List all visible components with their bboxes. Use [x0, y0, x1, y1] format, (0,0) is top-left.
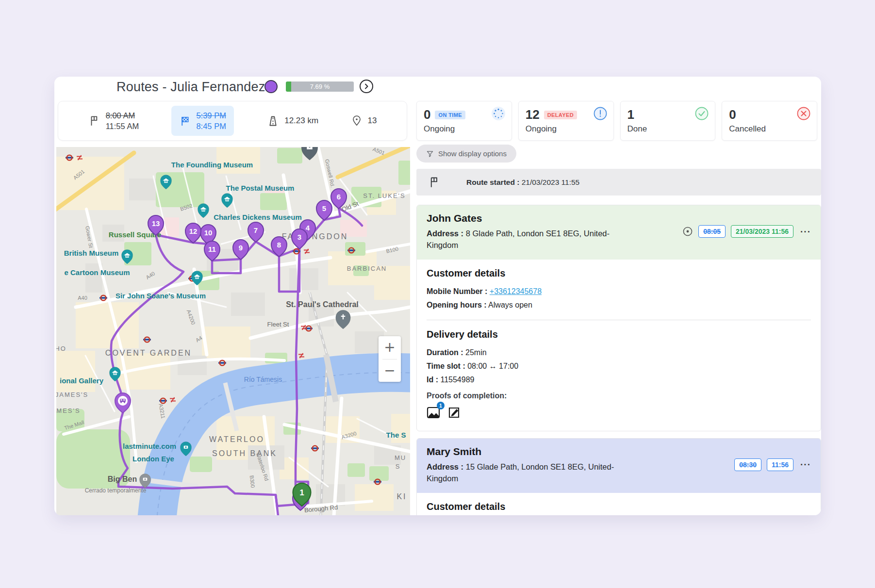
stop-header: Mary Smith Address : 15 Glade Path, Lond… — [417, 439, 821, 493]
stop-card-john-gates: John Gates Address : 8 Glade Path, Londo… — [416, 205, 821, 431]
route-started-banner: Route started : 21/03/2023 11:55 — [416, 169, 821, 196]
map-label: ST. LUKE'S — [363, 192, 406, 199]
status-card-done: 1 Done — [620, 101, 716, 141]
map-label: A40 — [78, 295, 87, 301]
svg-text:11: 11 — [208, 245, 216, 253]
page-title: Routes - Julia Fernandez — [116, 80, 265, 95]
svg-text:12: 12 — [189, 227, 198, 235]
stat-distance: 12.23 km — [266, 114, 318, 128]
address-label: Address : — [427, 229, 463, 238]
done-label: Done — [627, 124, 709, 134]
cancel-icon — [796, 106, 811, 121]
map-label: BARBICAN — [347, 265, 387, 272]
ontime-label: Ongoing — [424, 124, 505, 134]
id-label: Id : — [427, 376, 438, 384]
stops-panel: Show display options Route started : 21/… — [416, 145, 821, 515]
map-zoom-control: + − — [379, 336, 401, 382]
route-flag-icon — [428, 176, 441, 189]
stop-menu-button[interactable]: ··· — [800, 460, 811, 469]
customer-details-heading: Customer details — [427, 501, 811, 512]
stat-end-time: 5:39 PM 8:45 PM — [171, 106, 233, 136]
map-label: lastminute.com — [123, 442, 176, 450]
map-label: e Cartoon Museum — [64, 268, 130, 277]
target-icon — [682, 226, 693, 237]
stop-name: Mary Smith — [427, 446, 635, 457]
ontime-badge: ON TIME — [435, 111, 465, 119]
map-label: Fleet St — [267, 321, 289, 328]
map-label: JAMES'S — [56, 391, 88, 398]
map-label: London Eye — [132, 455, 174, 463]
svg-text:6: 6 — [337, 193, 341, 201]
id-value: 11554989 — [440, 376, 474, 384]
map-label: SOUTH BANK — [212, 449, 277, 457]
svg-text:9: 9 — [239, 244, 243, 252]
routes-window: Routes - Julia Fernandez 7.69 % 8:00 AM … — [54, 77, 821, 515]
delivery-details-heading: Delivery details — [427, 329, 811, 340]
arrival-time-chip: 11:56 — [767, 458, 793, 471]
map-label: The Foundling Museum — [171, 161, 253, 169]
cancelled-count: 0 — [729, 107, 736, 122]
map[interactable]: A501A501The Foundling MuseumThe Postal M… — [56, 147, 410, 515]
cancelled-label: Cancelled — [729, 124, 810, 134]
map-label: Cerrado temporalmente — [85, 487, 147, 494]
zoom-in-button[interactable]: + — [379, 336, 401, 359]
next-route-button[interactable] — [360, 80, 373, 93]
proofs-label: Proofs of completion: — [427, 392, 811, 400]
trip-stats-bar: 8:00 AM 11:55 AM 5:39 PM 8:45 PM 12.23 — [58, 101, 407, 141]
map-label: MU — [395, 454, 406, 461]
route-progress-bar: 7.69 % — [286, 82, 354, 92]
filter-icon — [426, 150, 434, 158]
finish-flag-icon — [179, 115, 191, 127]
status-card-ontime: 0 ON TIME Ongoing — [416, 101, 512, 141]
map-label: Big Ben — [108, 475, 137, 483]
mobile-link[interactable]: +33612345678 — [490, 287, 542, 295]
status-card-cancelled: 0 Cancelled — [722, 101, 817, 141]
svg-text:7: 7 — [254, 226, 258, 234]
opening-hours-label: Opening hours : — [427, 301, 487, 309]
duration-label: Duration : — [427, 348, 463, 357]
svg-text:5: 5 — [322, 204, 326, 212]
check-icon — [694, 106, 709, 121]
stop-header: John Gates Address : 8 Glade Path, Londo… — [417, 205, 821, 260]
map-label: St. Paul's Cathedral — [286, 300, 359, 309]
map-label: Sir John Soane's Museum — [116, 292, 206, 300]
zoom-out-button[interactable]: − — [379, 359, 401, 382]
photo-proof-button[interactable]: 1 — [427, 406, 441, 421]
map-label: COVENT GARDEN — [105, 349, 192, 357]
opening-hours-value: Always open — [488, 301, 532, 309]
map-label: Río Támesis — [244, 376, 282, 383]
timeslot-value: 08:00 ↔ 17:00 — [467, 362, 518, 370]
map-label: MES'S — [56, 407, 80, 414]
map-label: S — [396, 463, 401, 470]
status-card-delayed: 12 DELAYED Ongoing — [518, 101, 614, 141]
show-display-options-label: Show display options — [438, 149, 507, 158]
start-planned: 8:00 AM — [106, 110, 139, 121]
svg-text:4: 4 — [306, 224, 310, 232]
map-label: The Postal Museum — [226, 184, 295, 192]
stop-menu-button[interactable]: ··· — [800, 227, 811, 236]
stat-start-time: 8:00 AM 11:55 AM — [88, 110, 139, 132]
distance-value: 12.23 km — [284, 116, 318, 126]
end-actual: 8:45 PM — [196, 121, 226, 131]
delayed-count: 12 — [526, 107, 540, 122]
show-display-options-button[interactable]: Show display options — [416, 145, 516, 163]
end-planned: 5:39 PM — [196, 110, 226, 121]
map-label: Charles Dickens Museum — [214, 213, 302, 221]
chevron-right-icon — [363, 83, 370, 90]
start-flag-icon — [88, 114, 101, 127]
signature-proof-button[interactable] — [448, 406, 462, 421]
route-started-label: Route started : — [466, 178, 519, 186]
map-label: KI — [396, 492, 407, 501]
map-label: British Museum — [64, 249, 119, 257]
stop-count-value: 13 — [367, 116, 377, 126]
stop-name: John Gates — [427, 212, 635, 224]
svg-text:13: 13 — [152, 219, 160, 228]
svg-text:3: 3 — [297, 233, 301, 241]
start-actual: 11:55 AM — [106, 121, 139, 131]
signature-icon — [448, 406, 462, 419]
alert-icon — [593, 106, 608, 121]
header: Routes - Julia Fernandez 7.69 % — [54, 77, 413, 99]
map-label: WATERLOO — [209, 435, 264, 443]
mobile-label: Mobile Number : — [427, 287, 487, 295]
delayed-label: Ongoing — [526, 124, 607, 134]
